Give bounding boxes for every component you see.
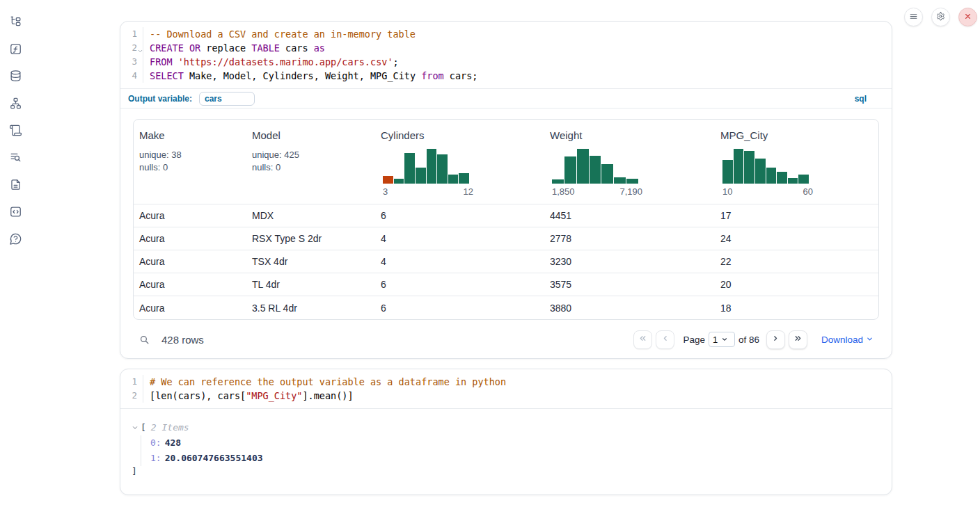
chevron-right-icon [771,334,780,345]
help-button[interactable] [8,232,23,248]
output-variable-label: Output variable: [128,94,192,104]
fold-indicator[interactable] [137,45,143,51]
histogram-bar[interactable] [459,173,469,184]
table-cell: 17 [715,210,878,221]
histogram-bar[interactable] [777,172,787,184]
tree-value: 20.060747663551403 [165,453,263,463]
histogram-bar[interactable] [614,177,626,184]
table-cell: 6 [375,303,544,314]
histogram-min-label: 10 [722,186,732,197]
column-histogram: 1,8507,190 [550,149,709,197]
tree-key: 1: [150,453,161,463]
file-tree-icon [9,15,22,31]
table-cell: 6 [375,210,544,221]
histogram-bar[interactable] [394,179,404,184]
table-cell: TL 4dr [246,279,375,290]
open-bracket: [ [141,420,146,435]
histogram-bar[interactable] [755,159,766,184]
code-line: 3FROM 'https://datasets.marimo.app/cars.… [120,55,892,69]
dependency-graph-button[interactable] [8,97,23,112]
code-text: -- Download a CSV and create an in-memor… [143,27,416,41]
python-code-editor[interactable]: 1# We can reference the output variable … [120,369,892,408]
chevron-down-icon[interactable] [132,424,139,431]
help-icon [9,232,22,248]
histogram-bar[interactable] [722,160,733,184]
table-cell: 3.5 RL 4dr [246,303,375,314]
last-page-button[interactable] [789,330,807,349]
table-footer: 428 rows Page 1 of 86 Download [120,320,892,359]
documentation-icon [9,178,22,193]
column-header[interactable]: Cylinders [381,129,425,141]
page-select-value: 1 [713,335,718,345]
snippets-button[interactable] [8,205,23,220]
column-header[interactable]: Make [139,129,165,141]
histogram-bar[interactable] [564,156,576,184]
table-cell: 22 [715,256,878,267]
histogram-bar[interactable] [601,164,613,184]
table-row[interactable]: AcuraMDX6445117 [134,204,878,227]
code-text: SELECT Make, Model, Cylinders, Weight, M… [143,69,477,83]
code-token: -- Download a CSV and create an in-memor… [150,29,416,40]
database-icon [9,70,22,85]
menu-icon [909,12,918,23]
next-page-button[interactable] [766,330,785,349]
histogram-bar[interactable] [734,149,744,184]
histogram-bar[interactable] [577,149,589,184]
page-select[interactable]: 1 [709,332,735,347]
column-stats: unique: 38nulls: 0 [139,149,241,173]
table-row[interactable]: Acura3.5 RL 4dr6388018 [134,296,878,319]
settings-button[interactable] [931,8,950,26]
histogram-bar[interactable] [448,175,459,184]
download-button[interactable]: Download [821,335,874,345]
table-cell: 18 [715,303,878,314]
scratchpad-button[interactable] [8,124,23,139]
table-cell: 4 [375,256,544,267]
tree-children: 0:4281:20.060747663551403 [141,435,880,466]
histogram-bars [383,149,469,184]
column-header[interactable]: Model [252,129,280,141]
sql-code-editor[interactable]: 1-- Download a CSV and create an in-memo… [120,22,892,88]
code-token: ].mean()] [302,390,353,401]
search-icon[interactable] [139,334,150,346]
histogram-bar[interactable] [766,168,777,184]
file-tree-button[interactable] [8,15,23,31]
output-variable-input[interactable] [199,92,255,106]
table-cell: 3575 [544,279,715,290]
menu-button[interactable] [904,8,923,26]
column-header[interactable]: Weight [550,129,582,141]
table-row[interactable]: AcuraTSX 4dr4323022 [134,250,878,273]
histogram-bar[interactable] [552,179,564,184]
code-token: SELECT [150,70,184,81]
table-row[interactable]: AcuraRSX Type S 2dr4277824 [134,227,878,250]
histogram-bar[interactable] [626,179,638,184]
first-page-button[interactable] [633,330,652,349]
prev-page-button[interactable] [656,330,674,349]
histogram-bar[interactable] [798,175,809,184]
column-header[interactable]: MPG_City [720,129,768,141]
database-button[interactable] [8,70,23,85]
histogram-axis-labels: 1060 [722,186,813,197]
histogram-bar[interactable] [788,178,798,184]
table-cell: 4 [375,233,544,244]
shutdown-button[interactable] [958,8,977,26]
language-badge[interactable]: sql [855,94,867,104]
logs-button[interactable] [8,151,23,166]
column-header-cell: Cylinders312 [375,120,544,204]
documentation-button[interactable] [8,178,23,193]
histogram-bar[interactable] [590,156,601,184]
function-button[interactable] [8,42,23,58]
histogram-bar[interactable] [437,154,448,184]
table-row[interactable]: AcuraTL 4dr6357520 [134,273,878,296]
histogram-bar[interactable] [416,168,426,184]
code-text: [len(cars), cars["MPG_City"].mean()] [143,389,354,403]
histogram-bar[interactable] [404,153,415,184]
histogram-min-label: 1,850 [552,186,575,197]
table-cell: 20 [715,279,878,290]
histogram-bar[interactable] [744,151,754,184]
gear-icon [936,12,945,23]
table-cell: TSX 4dr [246,256,375,267]
line-number: 2 [120,41,143,55]
histogram-bar[interactable] [383,176,393,184]
row-count: 428 rows [161,334,204,346]
histogram-bar[interactable] [427,149,437,184]
